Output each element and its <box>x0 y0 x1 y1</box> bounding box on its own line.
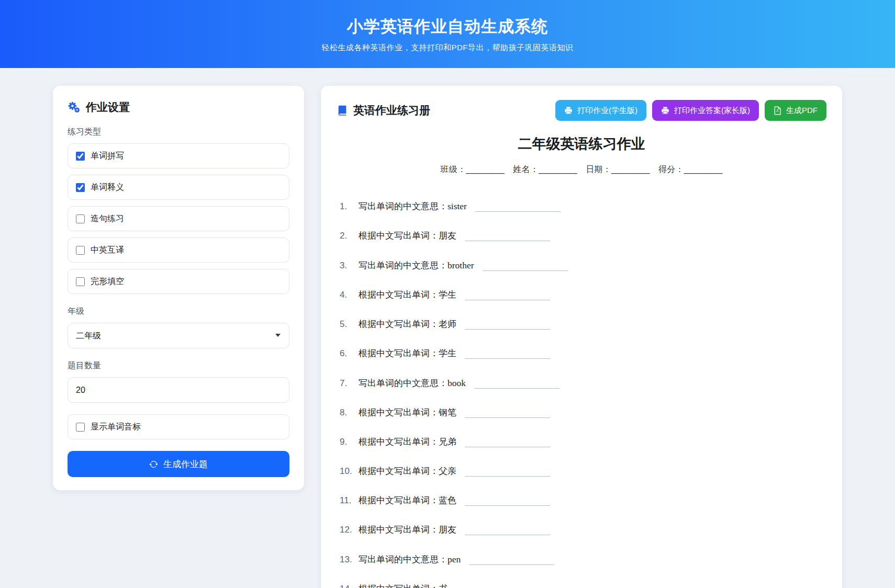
question-number: 7. <box>340 377 359 390</box>
answer-blank <box>465 234 550 241</box>
question-prompt: 写出单词的中文意思： <box>359 378 448 388</box>
answer-blank <box>465 322 550 330</box>
printer-icon <box>564 106 573 115</box>
translation-label: 中英互译 <box>91 245 124 256</box>
answer-blank <box>475 205 561 212</box>
question-count-label: 题目数量 <box>68 360 289 371</box>
question-row: 12.根据中文写出单词：朋友 <box>340 524 826 536</box>
file-pdf-icon <box>774 106 781 115</box>
question-word: 书 <box>439 584 448 588</box>
question-prompt: 根据中文写出单词： <box>359 231 439 241</box>
answer-blank <box>465 293 550 300</box>
question-prompt: 根据中文写出单词： <box>359 525 439 535</box>
generate-button[interactable]: 生成作业题 <box>68 451 289 477</box>
exercise-type-sentence[interactable]: 造句练习 <box>68 206 289 231</box>
generate-button-label: 生成作业题 <box>163 458 208 470</box>
question-number: 8. <box>340 406 359 419</box>
question-number: 10. <box>340 465 359 478</box>
exercise-type-word-spelling[interactable]: 单词拼写 <box>68 143 289 168</box>
grade-select-wrap: 二年级 <box>68 323 289 348</box>
question-row: 6.根据中文写出单词：学生 <box>340 347 826 360</box>
question-number: 12. <box>340 524 359 536</box>
grade-select[interactable]: 二年级 <box>68 323 289 348</box>
question-number: 14. <box>340 583 359 588</box>
show-phonetic-option[interactable]: 显示单词音标 <box>68 414 289 439</box>
word-meaning-checkbox[interactable] <box>76 183 85 192</box>
exercise-type-word-meaning[interactable]: 单词释义 <box>68 175 289 200</box>
sentence-checkbox[interactable] <box>76 214 85 223</box>
cloze-checkbox[interactable] <box>76 277 85 286</box>
exercise-type-translation[interactable]: 中英互译 <box>68 238 289 263</box>
question-prompt: 写出单词的中文意思： <box>359 261 448 270</box>
question-row: 3.写出单词的中文意思：brother <box>340 259 826 272</box>
question-prompt: 根据中文写出单词： <box>359 348 439 358</box>
print-student-label: 打印作业(学生版) <box>577 106 637 116</box>
app-header: 小学英语作业自动生成系统 轻松生成各种英语作业，支持打印和PDF导出，帮助孩子巩… <box>0 0 895 68</box>
answer-blank <box>465 528 550 535</box>
question-row: 11.根据中文写出单词：蓝色 <box>340 494 826 507</box>
workbook-title: 英语作业练习册 <box>353 103 430 118</box>
workbook-title-row: 英语作业练习册 <box>337 103 430 118</box>
show-phonetic-checkbox[interactable] <box>76 423 85 432</box>
gears-icon <box>68 101 81 114</box>
question-row: 2.根据中文写出单词：朋友 <box>340 230 826 242</box>
question-number: 9. <box>340 436 359 448</box>
question-number: 11. <box>340 494 359 507</box>
question-row: 4.根据中文写出单词：学生 <box>340 289 826 301</box>
question-row: 8.根据中文写出单词：钢笔 <box>340 406 826 419</box>
translation-checkbox[interactable] <box>76 246 85 255</box>
answer-blank <box>465 411 550 418</box>
question-word: pen <box>448 554 461 564</box>
question-row: 14.根据中文写出单词：书 <box>340 583 826 588</box>
question-word: 兄弟 <box>439 437 456 447</box>
worksheet-title: 二年级英语练习作业 <box>337 134 826 153</box>
question-number: 3. <box>340 259 359 272</box>
question-word: book <box>448 378 466 388</box>
grade-label: 年级 <box>68 306 289 317</box>
answer-blank <box>474 381 560 389</box>
question-word: 钢笔 <box>439 408 456 417</box>
app-title: 小学英语作业自动生成系统 <box>347 16 548 38</box>
question-word: 学生 <box>439 348 456 358</box>
worksheet-meta: 班级：________ 姓名：________ 日期：________ 得分：_… <box>337 164 826 175</box>
answer-blank <box>469 558 554 565</box>
question-number: 6. <box>340 347 359 360</box>
answer-blank <box>465 499 550 506</box>
question-word: brother <box>448 260 474 270</box>
question-prompt: 根据中文写出单词： <box>359 319 439 329</box>
word-spelling-checkbox[interactable] <box>76 152 85 161</box>
question-word: 朋友 <box>439 525 456 535</box>
question-list: 1.写出单词的中文意思：sister 2.根据中文写出单词：朋友 3.写出单词的… <box>337 200 826 588</box>
book-icon <box>337 105 348 116</box>
app-subtitle: 轻松生成各种英语作业，支持打印和PDF导出，帮助孩子巩固英语知识 <box>322 43 574 53</box>
answer-blank <box>465 469 550 477</box>
question-prompt: 根据中文写出单词： <box>359 495 439 505</box>
question-prompt: 根据中文写出单词： <box>359 408 439 417</box>
workbook-actions: 打印作业(学生版) 打印作业答案(家长版) <box>555 100 826 121</box>
question-number: 13. <box>340 553 359 566</box>
exercise-type-cloze[interactable]: 完形填空 <box>68 269 289 294</box>
answer-blank <box>483 264 568 271</box>
question-number: 5. <box>340 318 359 331</box>
main-content: 作业设置 练习类型 单词拼写 单词释义 造句练习 中英互译 完形填空 年级 二年… <box>0 68 895 588</box>
question-number: 2. <box>340 230 359 242</box>
question-row: 13.写出单词的中文意思：pen <box>340 553 826 566</box>
print-parent-label: 打印作业答案(家长版) <box>674 106 750 116</box>
question-prompt: 根据中文写出单词： <box>359 584 439 588</box>
question-word: 学生 <box>439 290 456 300</box>
worksheet: 二年级英语练习作业 班级：________ 姓名：________ 日期：___… <box>337 134 826 588</box>
question-prompt: 写出单词的中文意思： <box>359 555 448 564</box>
printer-icon <box>661 106 669 115</box>
question-number: 1. <box>340 200 359 213</box>
sentence-label: 造句练习 <box>91 213 124 224</box>
workbook-header: 英语作业练习册 打印作业(学生版) <box>337 100 826 121</box>
question-prompt: 根据中文写出单词： <box>359 466 439 476</box>
print-student-button[interactable]: 打印作业(学生版) <box>555 100 646 121</box>
answer-blank <box>465 352 550 359</box>
question-count-input[interactable] <box>68 377 289 403</box>
generate-pdf-button[interactable]: 生成PDF <box>765 100 826 121</box>
question-prompt: 根据中文写出单词： <box>359 437 439 447</box>
print-parent-button[interactable]: 打印作业答案(家长版) <box>652 100 759 121</box>
settings-title-row: 作业设置 <box>68 100 289 115</box>
cloze-label: 完形填空 <box>91 276 124 287</box>
